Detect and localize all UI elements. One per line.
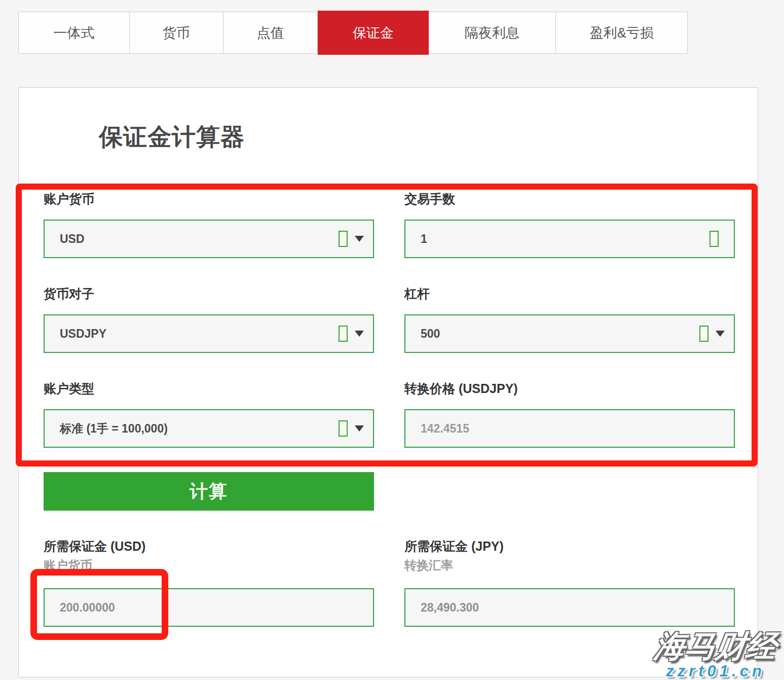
field-account-type: 账户类型 标准 (1手 = 100,000) [44, 381, 374, 448]
result-usd-value-box: 200.00000 [44, 588, 374, 627]
chevron-down-icon [716, 331, 725, 337]
result-usd-label: 所需保证金 (USD) [44, 538, 374, 554]
field-conversion-price: 转换价格 (USDJPY) [404, 381, 735, 448]
missing-glyph-icon [710, 231, 719, 247]
result-margin-jpy: 所需保证金 (JPY) 转换汇率 28,490.300 [404, 538, 735, 627]
conversion-price-label: 转换价格 (USDJPY) [404, 381, 735, 396]
trade-lots-input[interactable] [421, 232, 710, 246]
selected-value: USDJPY [60, 327, 339, 341]
missing-glyph-icon [339, 231, 348, 247]
conversion-price-input[interactable] [421, 422, 725, 436]
field-leverage: 杠杆 500 [404, 286, 735, 353]
result-margin-usd: 所需保证金 (USD) 账户货币 200.00000 [44, 538, 374, 627]
tab-pip-value[interactable]: 点值 [223, 12, 318, 53]
currency-pair-select[interactable]: USDJPY [44, 314, 374, 353]
trade-lots-label: 交易手数 [404, 191, 735, 206]
leverage-select[interactable]: 500 [404, 314, 735, 353]
calculator-tab-bar: 一体式 货币 点值 保证金 隔夜利息 盈利&亏损 [18, 12, 688, 54]
field-currency-pair: 货币对子 USDJPY [44, 286, 374, 353]
tab-profit-loss[interactable]: 盈利&亏损 [556, 12, 687, 53]
tab-all-in-one[interactable]: 一体式 [19, 12, 130, 53]
account-currency-label: 账户货币 [44, 191, 374, 206]
page-title: 保证金计算器 [99, 121, 245, 153]
account-currency-select[interactable]: USD [44, 220, 374, 258]
missing-glyph-icon [339, 326, 348, 342]
result-jpy-value: 28,490.300 [421, 601, 479, 615]
conversion-price-input-wrap [404, 409, 735, 448]
missing-glyph-icon [699, 326, 708, 342]
trade-lots-input-wrap [404, 220, 735, 258]
tab-margin[interactable]: 保证金 [318, 11, 429, 55]
tab-swap[interactable]: 隔夜利息 [429, 12, 556, 53]
result-usd-value: 200.00000 [60, 601, 115, 615]
margin-calculator-card: 保证金计算器 账户货币 USD 交易手数 货币对子 USDJPY [18, 87, 758, 677]
selected-value: 标准 (1手 = 100,000) [60, 421, 339, 437]
result-jpy-sublabel: 转换汇率 [404, 558, 735, 572]
field-account-currency: 账户货币 USD [44, 191, 374, 258]
account-type-label: 账户类型 [44, 381, 374, 396]
tab-currency[interactable]: 货币 [130, 12, 224, 53]
selected-value: 500 [421, 327, 699, 341]
field-trade-lots: 交易手数 [404, 191, 735, 258]
leverage-label: 杠杆 [404, 286, 735, 301]
chevron-down-icon [355, 236, 364, 242]
selected-value: USD [60, 232, 339, 246]
currency-pair-label: 货币对子 [44, 286, 374, 301]
result-jpy-value-box: 28,490.300 [404, 588, 735, 627]
account-type-select[interactable]: 标准 (1手 = 100,000) [44, 409, 374, 448]
missing-glyph-icon [339, 420, 348, 437]
calculate-button[interactable]: 计算 [44, 472, 374, 511]
margin-calculator-page: 一体式 货币 点值 保证金 隔夜利息 盈利&亏损 保证金计算器 账户货币 USD… [0, 0, 784, 680]
chevron-down-icon [355, 425, 364, 432]
result-usd-sublabel: 账户货币 [44, 558, 374, 572]
chevron-down-icon [355, 331, 364, 337]
result-jpy-label: 所需保证金 (JPY) [404, 538, 735, 554]
